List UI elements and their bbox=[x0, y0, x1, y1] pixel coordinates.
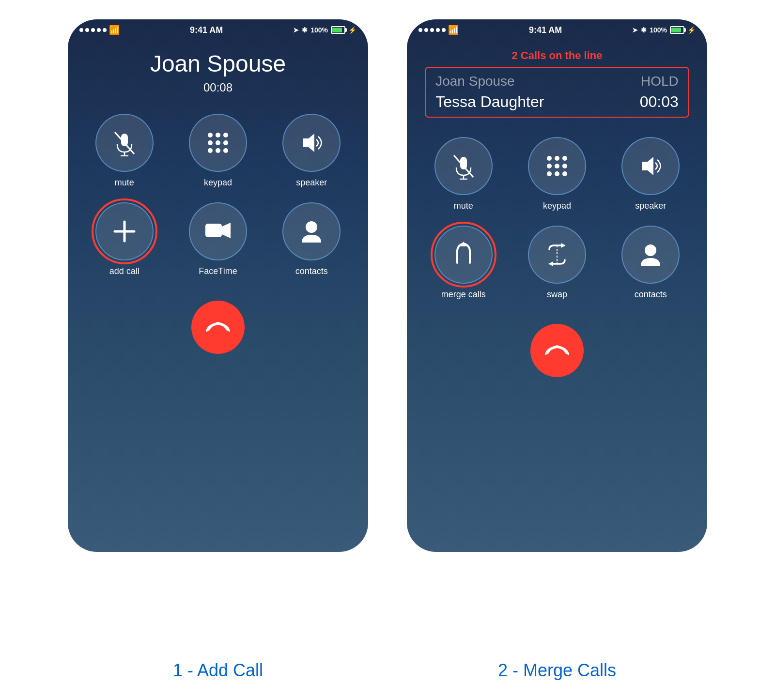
svg-point-31 bbox=[562, 171, 567, 176]
svg-point-4 bbox=[208, 133, 213, 137]
status-bar-left: 📶 9:41 AM ➤ ✱ 100% ⚡ bbox=[68, 19, 368, 41]
contacts-icon-right bbox=[639, 242, 662, 268]
keypad-label-right: keypad bbox=[543, 201, 571, 211]
add-call-container-left: add call bbox=[82, 202, 166, 276]
active-caller-status: 00:03 bbox=[640, 93, 679, 111]
mute-container-left: mute bbox=[82, 114, 166, 188]
call-info-left: Joan Spouse 00:08 bbox=[68, 41, 368, 94]
svg-point-26 bbox=[547, 164, 552, 168]
signal-dots bbox=[79, 28, 107, 32]
svg-rect-20 bbox=[460, 157, 467, 169]
two-calls-box: Joan Spouse HOLD Tessa Daughter 00:03 bbox=[425, 67, 689, 118]
svg-rect-1 bbox=[121, 134, 128, 146]
keypad-button-right[interactable] bbox=[528, 137, 586, 195]
speaker-button-right[interactable] bbox=[621, 137, 680, 195]
dot1 bbox=[79, 28, 83, 32]
svg-marker-17 bbox=[222, 223, 231, 238]
hold-caller-status: HOLD bbox=[641, 74, 679, 89]
two-calls-banner: 2 Calls on the line bbox=[512, 49, 602, 62]
add-call-button-left[interactable] bbox=[95, 202, 154, 260]
location-icon-right: ➤ bbox=[632, 26, 638, 34]
svg-point-10 bbox=[208, 148, 213, 153]
add-call-icon-left bbox=[112, 219, 137, 244]
swap-icon-right bbox=[544, 241, 570, 269]
contacts-container-right: contacts bbox=[609, 226, 693, 300]
keypad-button-left[interactable] bbox=[189, 114, 247, 172]
merge-calls-button-right[interactable] bbox=[434, 226, 493, 284]
rdot3 bbox=[430, 28, 434, 32]
svg-point-30 bbox=[555, 171, 559, 176]
battery-pct-right: 100% bbox=[650, 26, 667, 34]
svg-point-25 bbox=[562, 156, 567, 161]
contacts-label-left: contacts bbox=[295, 266, 328, 276]
status-time-right: 9:41 AM bbox=[529, 25, 562, 35]
keypad-container-right: keypad bbox=[515, 137, 599, 211]
svg-point-29 bbox=[547, 171, 552, 176]
contacts-button-left[interactable] bbox=[282, 202, 341, 260]
wifi-icon-right: 📶 bbox=[448, 25, 459, 35]
svg-point-9 bbox=[223, 140, 228, 145]
svg-point-5 bbox=[216, 133, 220, 137]
speaker-label-right: speaker bbox=[635, 201, 666, 211]
mute-icon-right bbox=[451, 153, 476, 180]
end-call-button-left[interactable] bbox=[191, 301, 245, 354]
svg-point-11 bbox=[216, 148, 220, 153]
caller-name-left: Joan Spouse bbox=[150, 50, 286, 77]
facetime-label-left: FaceTime bbox=[199, 266, 237, 276]
add-call-label-left: add call bbox=[109, 266, 140, 276]
mute-label-right: mute bbox=[454, 201, 473, 211]
end-call-button-right[interactable] bbox=[530, 324, 584, 377]
location-icon: ➤ bbox=[293, 26, 299, 34]
contacts-icon-left bbox=[300, 218, 323, 244]
battery-icon-left bbox=[331, 26, 345, 34]
svg-point-18 bbox=[306, 221, 317, 233]
speaker-container-right: speaker bbox=[609, 137, 693, 211]
speaker-button-left[interactable] bbox=[282, 114, 341, 172]
call-row-hold: Joan Spouse HOLD bbox=[435, 74, 679, 89]
svg-marker-32 bbox=[642, 157, 653, 175]
wifi-icon: 📶 bbox=[109, 25, 120, 35]
contacts-button-right[interactable] bbox=[621, 226, 680, 284]
facetime-container-left: FaceTime bbox=[176, 202, 260, 276]
buttons-grid-right: mute keypad bbox=[407, 137, 707, 300]
call-timer-left: 00:08 bbox=[203, 81, 232, 94]
svg-marker-37 bbox=[548, 261, 553, 266]
status-bar-right: 📶 9:41 AM ➤ ✱ 100% ⚡ bbox=[407, 19, 707, 41]
battery-pct-left: 100% bbox=[310, 26, 328, 34]
contacts-label-right: contacts bbox=[635, 289, 667, 300]
bluetooth-icon: ✱ bbox=[302, 26, 308, 34]
battery-icon-right bbox=[670, 26, 684, 34]
status-left-left: 📶 bbox=[79, 25, 120, 35]
status-time-left: 9:41 AM bbox=[190, 25, 223, 35]
dot3 bbox=[91, 28, 95, 32]
hold-caller-name: Joan Spouse bbox=[435, 74, 514, 89]
svg-marker-13 bbox=[303, 134, 314, 152]
rdot1 bbox=[418, 28, 422, 32]
svg-point-39 bbox=[645, 244, 656, 256]
mute-button-left[interactable] bbox=[95, 114, 154, 172]
mute-button-right[interactable] bbox=[434, 137, 493, 195]
keypad-icon-left bbox=[205, 130, 231, 156]
battery-fill-left bbox=[332, 28, 342, 32]
merge-calls-label-right: merge calls bbox=[441, 289, 486, 300]
status-right-right: ➤ ✱ 100% ⚡ bbox=[632, 26, 696, 34]
call-row-active: Tessa Daughter 00:03 bbox=[435, 93, 679, 111]
rdot2 bbox=[424, 28, 428, 32]
bluetooth-icon-right: ✱ bbox=[641, 26, 647, 34]
svg-point-7 bbox=[208, 140, 213, 145]
caption-left: 1 - Add Call bbox=[68, 660, 368, 681]
facetime-icon-left bbox=[204, 221, 232, 242]
swap-button-right[interactable] bbox=[528, 226, 586, 284]
contacts-container-left: contacts bbox=[270, 202, 354, 276]
svg-point-28 bbox=[562, 164, 567, 168]
mute-label-left: mute bbox=[115, 178, 134, 188]
svg-point-24 bbox=[555, 156, 559, 161]
swap-container-right: swap bbox=[515, 226, 599, 300]
facetime-button-left[interactable] bbox=[189, 202, 247, 260]
buttons-grid-left: mute keypad bbox=[68, 114, 368, 276]
svg-point-8 bbox=[216, 140, 220, 145]
status-right-left: ➤ ✱ 100% ⚡ bbox=[293, 26, 356, 34]
merge-calls-icon-right bbox=[451, 241, 476, 269]
left-phone: 📶 9:41 AM ➤ ✱ 100% ⚡ Joan Spouse 00:08 bbox=[68, 19, 368, 552]
rdot5 bbox=[442, 28, 446, 32]
